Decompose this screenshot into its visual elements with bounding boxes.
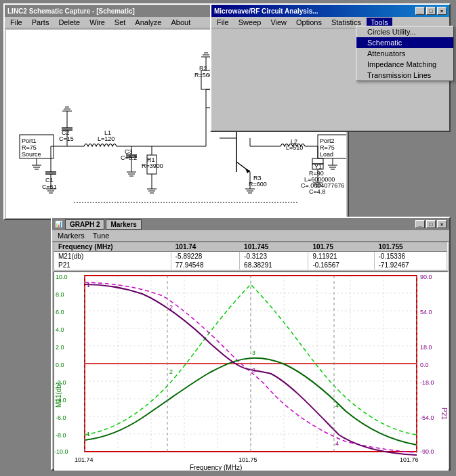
svg-text:R=3900: R=3900	[142, 163, 163, 169]
markers-row1-val2: -0.3123	[240, 252, 308, 261]
rf-menu-view[interactable]: View	[266, 18, 291, 27]
svg-text:Port2: Port2	[320, 137, 335, 144]
svg-text:54.0: 54.0	[420, 309, 432, 316]
rf-menu-file[interactable]: File	[213, 18, 233, 27]
rf-minimize-btn[interactable]: _	[415, 7, 425, 15]
tools-menu-transmission[interactable]: Transmission Lines	[356, 70, 453, 81]
svg-text:C1: C1	[45, 177, 54, 183]
markers-row1-val1: -5.89228	[171, 252, 239, 261]
svg-text:M21(db): M21(db)	[55, 383, 62, 408]
graph-icon: 📊	[55, 221, 62, 228]
svg-text:Load: Load	[320, 151, 333, 158]
svg-text:-8.0: -8.0	[56, 432, 66, 439]
svg-text:2.0: 2.0	[56, 344, 64, 351]
markers-header-1: 101.74	[171, 242, 239, 252]
graph-window: 📊 GRAPH 2 Markers _ □ × Markers Tune Fre…	[51, 217, 451, 471]
markers-row1-val4: -0.15336	[374, 252, 447, 261]
markers-row2-val4: -71.92467	[374, 261, 447, 269]
svg-text:2: 2	[169, 368, 173, 375]
graph-menubar: Markers Tune	[52, 230, 449, 242]
markers-header-4: 101.755	[374, 242, 447, 252]
menu-file[interactable]: File	[6, 18, 26, 27]
markers-header-param: Frequency (MHz)	[54, 242, 171, 252]
rf-menu-options[interactable]: Options	[292, 18, 326, 27]
svg-text:Port1: Port1	[22, 137, 37, 144]
graph-titlebar: 📊 GRAPH 2 Markers _ □ ×	[52, 218, 449, 230]
tools-menu-impedance[interactable]: Impedance Matching	[356, 59, 453, 70]
svg-text:0.0: 0.0	[56, 362, 64, 368]
tools-menu-schematic[interactable]: Schematic	[356, 37, 453, 48]
rf-menu-sweep[interactable]: Sweep	[234, 18, 266, 27]
markers-row2-label: P21	[54, 261, 171, 269]
svg-text:L=120: L=120	[98, 135, 115, 142]
menu-about[interactable]: About	[167, 18, 194, 27]
markers-row2-val1: 77.94548	[171, 261, 239, 269]
graph-title-buttons: _ □ ×	[415, 220, 447, 228]
rf-close-btn[interactable]: ×	[437, 7, 447, 15]
chart-svg: 10.0 8.0 6.0 4.0 2.0 0.0 -2.0 -4.0 -6.0 …	[54, 272, 449, 471]
markers-header-2: 101.745	[240, 242, 308, 252]
svg-text:18.0: 18.0	[420, 344, 432, 351]
svg-text:-6.0: -6.0	[56, 414, 66, 421]
graph-tab-graph[interactable]: GRAPH 2	[65, 219, 104, 230]
svg-text:90.0: 90.0	[420, 274, 432, 280]
tools-menu-attenuators[interactable]: Attenuators	[356, 48, 453, 59]
schematic-title: LINC2 Schematic Capture - [Schematic]	[7, 7, 135, 15]
svg-text:0.0: 0.0	[420, 362, 429, 368]
menu-wire[interactable]: Wire	[85, 18, 109, 27]
svg-text:1: 1	[87, 282, 90, 288]
menu-delete[interactable]: Delete	[54, 18, 84, 27]
graph-menu-markers[interactable]: Markers	[54, 231, 89, 240]
svg-text:R=75: R=75	[320, 144, 335, 151]
graph-menu-tune[interactable]: Tune	[89, 231, 114, 240]
rf-title-buttons: _ □ ×	[415, 7, 447, 15]
svg-text:101.75: 101.75	[239, 456, 257, 463]
svg-text:-90.0: -90.0	[420, 448, 434, 455]
svg-text:10.0: 10.0	[56, 274, 68, 280]
svg-text:-10.0: -10.0	[54, 448, 68, 455]
graph-maximize-btn[interactable]: □	[426, 220, 436, 228]
tools-dropdown-menu: Circles Utility... Schematic Attenuators…	[356, 26, 454, 81]
svg-text:2: 2	[169, 304, 173, 311]
menu-parts[interactable]: Parts	[28, 18, 54, 27]
menu-analyze[interactable]: Analyze	[131, 18, 165, 27]
chart-area: 10.0 8.0 6.0 4.0 2.0 0.0 -2.0 -4.0 -6.0 …	[54, 272, 448, 471]
rf-title: Microwave/RF Circuit Analysis...	[214, 7, 318, 15]
svg-text:-54.0: -54.0	[420, 414, 434, 421]
svg-text:6.0: 6.0	[56, 309, 64, 316]
svg-text:Frequency (MHz): Frequency (MHz)	[190, 464, 242, 471]
svg-text:P21: P21	[440, 408, 448, 420]
graph-minimize-btn[interactable]: _	[415, 220, 425, 228]
svg-text:4.0: 4.0	[56, 326, 64, 333]
markers-header-3: 101.75	[308, 242, 374, 252]
svg-text:3: 3	[252, 367, 255, 374]
tools-menu-circles[interactable]: Circles Utility...	[356, 26, 453, 37]
svg-text:C=4.8: C=4.8	[309, 188, 325, 195]
svg-text:1: 1	[87, 431, 90, 437]
markers-table: Frequency (MHz) 101.74 101.745 101.75 10…	[54, 242, 448, 270]
markers-row2-val2: 68.38291	[240, 261, 308, 269]
svg-text:8.0: 8.0	[56, 291, 64, 298]
svg-text:4: 4	[335, 440, 339, 447]
svg-text:Source: Source	[22, 151, 41, 158]
menu-set[interactable]: Set	[110, 18, 130, 27]
svg-text:C=15: C=15	[59, 135, 74, 142]
markers-row1-val3: 9.11921	[308, 252, 374, 261]
svg-text:-18.0: -18.0	[420, 379, 434, 386]
svg-text:R=600: R=600	[249, 181, 267, 188]
markers-row2-val3: -0.16567	[308, 261, 374, 269]
markers-row1-label: M21(db)	[54, 252, 171, 261]
rf-titlebar: Microwave/RF Circuit Analysis... _ □ ×	[211, 5, 449, 17]
svg-text:101.76: 101.76	[400, 456, 419, 463]
graph-tabs: GRAPH 2 Markers	[65, 219, 143, 230]
graph-close-btn[interactable]: ×	[437, 220, 447, 228]
svg-text:101.74: 101.74	[75, 456, 94, 463]
svg-text:3: 3	[252, 349, 255, 356]
svg-text:R=75: R=75	[22, 144, 37, 151]
graph-tab-markers[interactable]: Markers	[106, 219, 141, 230]
rf-restore-btn[interactable]: □	[426, 7, 436, 15]
svg-text:4: 4	[335, 402, 339, 409]
